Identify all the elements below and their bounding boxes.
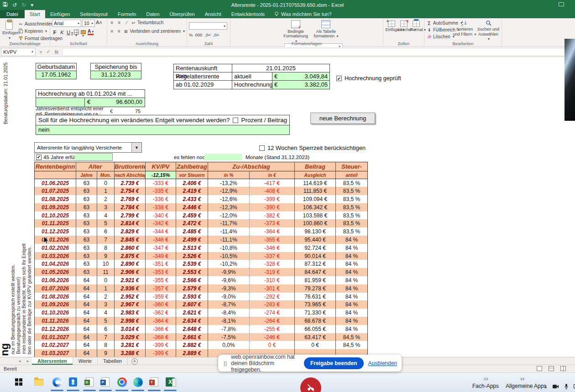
cell[interactable]: -319 € [250,268,295,276]
cell[interactable]: 2.921 € [115,276,146,284]
cell[interactable]: 83,5 % [336,179,368,187]
start-button[interactable] [13,376,25,388]
ribbon-tab-überprüfen[interactable]: Überprüfen [165,10,200,18]
cell[interactable]: 2 [97,293,115,301]
cell[interactable]: 2.433 € [176,195,208,203]
cell[interactable]: -246 € [250,333,295,341]
cell[interactable]: -357 € [146,284,176,293]
cell[interactable]: 11 [97,268,115,276]
cell[interactable]: 01.06.2026 [35,276,76,284]
cell[interactable]: 2.406 € [176,179,208,187]
cell[interactable]: 2.593 € [176,293,208,301]
cell[interactable]: -9,6% [208,276,250,284]
cell[interactable]: 63 [76,244,97,252]
cell[interactable]: -13,2% [208,179,250,187]
cell[interactable]: 63 [76,195,97,203]
cell[interactable]: 5 [97,317,115,325]
cell[interactable]: 3.281 € [115,341,146,349]
page-layout-view-icon[interactable] [549,366,554,371]
cell[interactable]: 01.09.2025 [35,203,76,211]
cell[interactable]: 01.03.2027 [35,349,76,357]
col-subheader[interactable]: Mon. [97,171,115,179]
cell[interactable]: 1 [97,284,115,293]
cell[interactable]: 84 % [336,300,368,309]
tell-me-box[interactable]: Was möchten Sie tun? [270,10,336,18]
cell[interactable]: -360 € [146,300,176,309]
col-header[interactable]: Rentenbeginn [35,162,76,171]
cell[interactable]: 0 € [295,341,336,349]
cell[interactable]: -368 € [146,333,176,341]
cell[interactable]: 7 [97,236,115,244]
cell[interactable]: -362 € [146,309,176,317]
cell[interactable]: 64 [76,300,97,309]
ribbon-tab-formeln[interactable]: Formeln [113,10,141,18]
cell[interactable]: -8,4% [208,309,250,317]
sheet-tab-altersrenten[interactable]: Altersrenten [32,357,73,365]
insert-cells-button[interactable]: Einfügen [386,20,397,32]
cell[interactable]: 63 [76,179,97,187]
cell[interactable]: -373 € [250,219,295,227]
cell[interactable]: 2.967 € [115,300,146,309]
cell[interactable]: 109.094 € [295,195,336,203]
cell[interactable]: 2.648 € [176,325,208,333]
cell[interactable]: 83,5 % [336,211,368,220]
ribbon-tab-daten[interactable]: Daten [141,10,164,18]
cell[interactable]: 63 [76,211,97,220]
cell[interactable]: 2.634 € [176,317,208,325]
sort-filter-button[interactable]: AZ Sortieren und Filtern [453,20,476,36]
cell[interactable]: 64 [76,293,97,301]
cell[interactable]: 64 [76,284,97,293]
new-calculation-button[interactable]: neue Berechnung [310,113,375,124]
align-top-icon[interactable]: ≡ [109,20,115,25]
cell[interactable]: 76.631 € [295,293,336,301]
cell[interactable]: -8,7% [208,300,250,309]
storage-field[interactable]: Speicherung bis 31.12.2023 [90,63,141,79]
cell[interactable]: 114.619 € [295,179,336,187]
cell[interactable]: 2.845 € [115,236,146,244]
sheet-tab-tabellen[interactable]: Tabellen [98,357,128,365]
cell[interactable]: -382 € [250,211,295,220]
cell[interactable]: 2.754 € [115,187,146,195]
cell[interactable]: 64 [76,317,97,325]
borders-button[interactable] [74,30,79,35]
cell[interactable]: 2.769 € [115,195,146,203]
question-answer-cell[interactable]: nein [36,125,290,135]
cell[interactable]: -336 € [146,195,176,203]
storage-value[interactable]: 31.12.2023 [91,71,141,79]
checkbox-checked-icon[interactable]: ✔ [36,155,42,160]
paste-button[interactable]: Einfügen [2,21,16,40]
info-cell[interactable]: Hochrechnung [232,81,272,89]
cell[interactable]: 2.553 € [176,268,208,276]
cell[interactable]: 64 [76,333,97,341]
cell[interactable]: 2.998 € [115,317,146,325]
conditional-formatting-button[interactable]: Bedingte Formatierung [282,20,310,43]
cell[interactable]: 64 [76,325,97,333]
cell[interactable]: -390 € [250,203,295,211]
sheet-nav-left-icon[interactable]: ◂ [16,357,24,365]
birthdate-field[interactable]: Geburtsdatum 17.05.1962 [36,63,77,79]
cell[interactable]: 5 [97,219,115,227]
col-header[interactable]: Beitrag [295,162,336,171]
allgemeine-apps-label[interactable]: Allgemeine Apps [506,383,546,389]
cell[interactable]: 84 % [336,325,368,333]
bold-button[interactable]: F [52,30,58,35]
cell[interactable]: 1 [97,187,115,195]
col-header[interactable]: Alter [76,162,115,171]
cell[interactable]: 63 [76,236,97,244]
cell[interactable]: 92.724 € [295,244,336,252]
fill-color-button[interactable] [81,30,86,34]
blue-badge-app-icon[interactable] [67,376,79,388]
cell[interactable]: 01.01.2027 [35,333,76,341]
cell[interactable]: 01.10.2026 [35,309,76,317]
cell[interactable]: 84.647 € [295,268,336,276]
cell[interactable]: 111.853 € [295,187,336,195]
cell[interactable]: 84 % [336,268,368,276]
cell[interactable]: 3 [97,300,115,309]
cell[interactable]: 84 % [336,293,368,301]
cell[interactable]: 2.936 € [115,284,146,293]
cell[interactable]: 10 [97,260,115,268]
ribbon-tab-einfügen[interactable]: Einfügen [45,10,75,18]
cell[interactable]: 84 % [336,309,368,317]
cell[interactable]: 01.07.2026 [35,284,76,293]
find-select-button[interactable]: Suchen und Auswählen [476,20,500,41]
